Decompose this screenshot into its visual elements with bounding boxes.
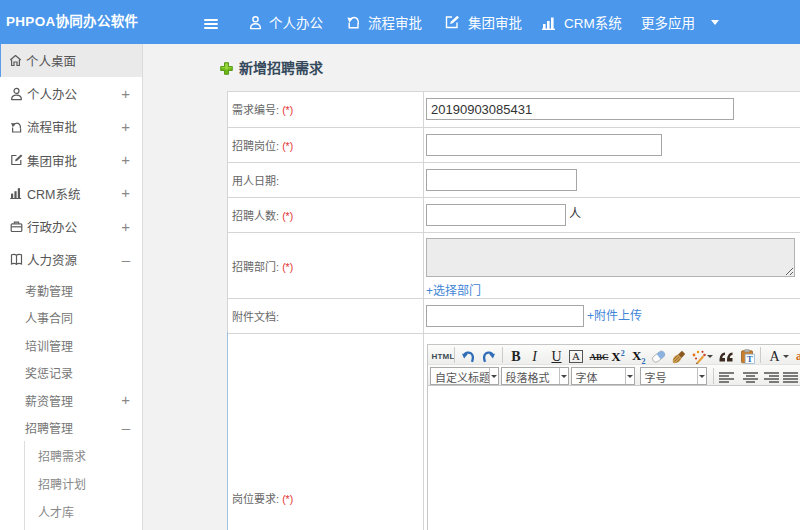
svg-text:T: T	[746, 354, 752, 364]
